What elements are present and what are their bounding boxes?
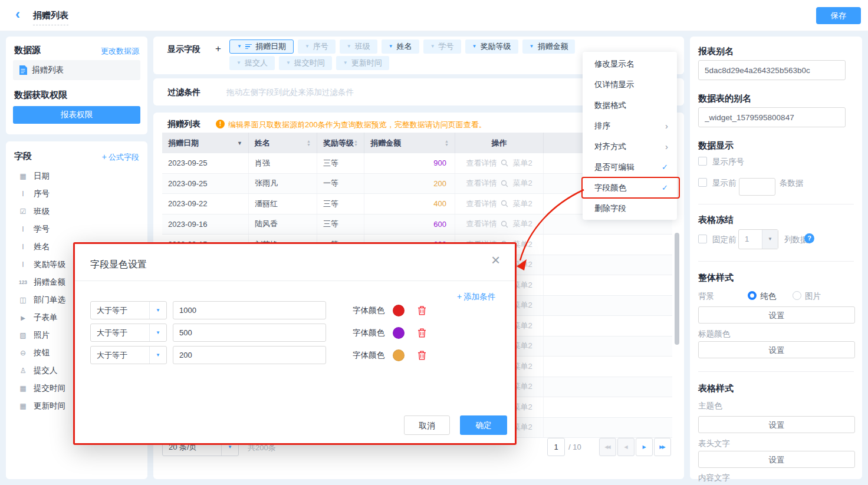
column-header[interactable]: 捐赠日期▼	[162, 133, 249, 153]
add-formula-field-link[interactable]: 公式字段	[102, 152, 139, 163]
divider	[75, 281, 515, 281]
view-detail-link[interactable]: 查看详情	[466, 199, 497, 209]
background-setting-button[interactable]: 设置	[698, 306, 855, 324]
vertical-scrollbar[interactable]	[675, 233, 679, 345]
color-swatch[interactable]	[393, 327, 405, 339]
color-swatch[interactable]	[393, 305, 405, 316]
table-alias-input[interactable]	[698, 107, 846, 127]
view-detail-link[interactable]: 查看详情	[466, 219, 497, 229]
delete-condition-icon[interactable]	[417, 306, 426, 315]
search-icon[interactable]	[501, 159, 508, 167]
filter-icon[interactable]: ▼	[237, 140, 242, 146]
threshold-input[interactable]	[173, 301, 326, 319]
next-page-button[interactable]: ▶	[636, 438, 653, 456]
back-icon[interactable]: ‹	[15, 6, 20, 22]
select-icon: ☑	[18, 207, 28, 216]
menu-item[interactable]: 对齐方式›	[583, 136, 677, 157]
threshold-input[interactable]	[173, 324, 326, 342]
delete-condition-icon[interactable]	[417, 351, 426, 360]
column-header[interactable]: 操作	[455, 133, 544, 153]
view-detail-link[interactable]: 查看详情	[466, 158, 497, 169]
menu-item-label: 字段颜色	[594, 183, 626, 193]
menu-item[interactable]: 删除字段	[583, 198, 677, 219]
save-button[interactable]: 保存	[816, 7, 861, 24]
submenu-arrow-icon: ›	[665, 141, 668, 151]
datasource-item[interactable]: 捐赠列表	[13, 60, 140, 80]
confirm-button[interactable]: 确定	[460, 415, 507, 435]
display-field-chip[interactable]: ▼学号	[423, 39, 461, 54]
display-field-chip[interactable]: ▼提交人	[229, 56, 275, 70]
chevron-down-icon: ▼	[430, 39, 435, 54]
display-field-chip[interactable]: ▼姓名	[382, 39, 419, 54]
change-datasource-link[interactable]: 更改数据源	[101, 46, 139, 57]
text-icon: I	[18, 243, 28, 251]
display-field-chip[interactable]: ▼捐赠日期	[229, 39, 294, 54]
bg-solid-radio[interactable]	[748, 291, 757, 300]
title-color-setting-button[interactable]: 设置	[698, 341, 855, 358]
show-index-checkbox[interactable]	[698, 157, 707, 166]
freeze-checkbox[interactable]	[698, 235, 707, 243]
operator-select[interactable]: 大于等于▼	[90, 324, 167, 342]
report-alias-label: 报表别名	[698, 46, 734, 57]
menu-item[interactable]: 修改显示名	[583, 54, 677, 74]
theme-color-setting-button[interactable]: 设置	[698, 416, 855, 433]
menu-item[interactable]: 是否可编辑✓	[583, 157, 677, 177]
bg-image-radio[interactable]	[793, 291, 801, 300]
report-permission-button[interactable]: 报表权限	[13, 106, 140, 124]
sort-icon[interactable]: ▲▼	[307, 140, 311, 147]
prev-page-button[interactable]: ◀	[617, 438, 634, 456]
display-field-chip[interactable]: ▼更新时间	[336, 56, 389, 70]
header-text-setting-button[interactable]: 设置	[698, 451, 855, 468]
field-item[interactable]: I学号	[13, 220, 140, 238]
sort-icon[interactable]: ▲▼	[445, 140, 449, 147]
sort-icon[interactable]: ▲▼	[354, 140, 358, 147]
delete-condition-icon[interactable]	[417, 328, 426, 338]
close-icon[interactable]	[491, 252, 500, 268]
filter-dropzone[interactable]: 拖动左侧字段到此处来添加过滤条件	[226, 87, 354, 98]
display-field-chip[interactable]: ▼提交时间	[279, 56, 332, 70]
help-icon[interactable]	[804, 233, 814, 243]
operator-select[interactable]: 大于等于▼	[90, 301, 167, 319]
search-icon[interactable]	[501, 220, 508, 228]
field-item[interactable]: ☑班级	[13, 203, 140, 220]
display-field-chip[interactable]: ▼班级	[340, 39, 377, 54]
column-header[interactable]: 奖励等级▲▼	[317, 133, 364, 153]
display-field-chip[interactable]: ▼捐赠金额	[522, 39, 576, 54]
menu2-link[interactable]: 菜单2	[512, 178, 532, 189]
display-field-chip[interactable]: ▼奖励等级	[465, 39, 518, 54]
operator-select[interactable]: 大于等于▼	[90, 346, 167, 364]
last-page-button[interactable]: ▶▶	[654, 438, 671, 456]
menu-item[interactable]: 数据格式	[583, 95, 677, 116]
search-icon[interactable]	[501, 180, 508, 187]
view-detail-link[interactable]: 查看详情	[466, 178, 497, 189]
menu2-link[interactable]: 菜单2	[512, 219, 532, 229]
display-field-chip[interactable]: ▼序号	[298, 39, 336, 54]
search-icon[interactable]	[501, 200, 508, 207]
field-item[interactable]: I序号	[13, 185, 140, 203]
chevron-down-icon: ▼	[762, 230, 778, 249]
report-alias-input[interactable]	[698, 60, 846, 80]
column-label: 操作	[492, 138, 507, 149]
number-icon: 123	[18, 279, 28, 285]
check-icon: ✓	[662, 183, 668, 192]
add-condition-link[interactable]: 添加条件	[457, 292, 495, 302]
menu2-link[interactable]: 菜单2	[512, 199, 532, 209]
color-swatch[interactable]	[393, 349, 405, 361]
button-icon: ⊖	[18, 349, 28, 357]
menu2-link[interactable]: 菜单2	[512, 158, 532, 169]
first-page-button[interactable]: ◀◀	[599, 438, 616, 456]
show-first-count-input[interactable]	[739, 178, 775, 196]
cancel-button[interactable]: 取消	[404, 415, 450, 435]
freeze-count-select[interactable]: 1 ▼	[738, 229, 778, 249]
menu-item[interactable]: 排序›	[583, 116, 677, 136]
page-number-input[interactable]	[547, 438, 565, 456]
add-display-field-icon[interactable]: +	[215, 43, 221, 55]
threshold-input[interactable]	[173, 346, 326, 364]
menu-item[interactable]: 字段颜色✓	[583, 177, 677, 198]
field-item[interactable]: ▦日期	[13, 167, 140, 185]
menu-item[interactable]: 仅详情显示	[583, 74, 677, 95]
field-label: 按钮	[34, 348, 50, 358]
show-first-checkbox[interactable]	[698, 178, 707, 187]
column-header[interactable]: 捐赠金额▲▼	[364, 133, 455, 153]
column-header[interactable]: 姓名▲▼	[249, 133, 317, 153]
